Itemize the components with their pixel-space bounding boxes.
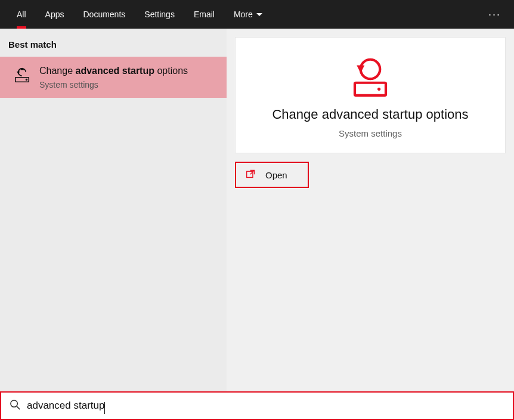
tab-apps[interactable]: Apps	[36, 0, 74, 29]
detail-title: Change advanced startup options	[272, 107, 468, 122]
text-cursor	[104, 402, 105, 414]
tab-label: Settings	[144, 10, 175, 19]
tab-label: Email	[194, 10, 215, 19]
search-bar[interactable]: advanced startup	[0, 391, 514, 420]
tab-label: Documents	[83, 10, 125, 19]
result-item-advanced-startup[interactable]: Change advanced startup options System s…	[0, 57, 227, 98]
tab-label: Apps	[45, 10, 64, 19]
result-subtitle: System settings	[39, 80, 188, 89]
detail-pane: Change advanced startup options System s…	[227, 29, 514, 391]
recovery-icon	[347, 55, 394, 101]
search-content: Best match Change advanced startup optio…	[0, 29, 514, 391]
open-icon	[246, 169, 256, 181]
open-button[interactable]: Open	[235, 162, 309, 188]
detail-card: Change advanced startup options System s…	[235, 37, 506, 153]
svg-point-1	[26, 79, 27, 81]
tab-more[interactable]: More	[224, 0, 272, 29]
tab-label: More	[234, 10, 253, 19]
tab-documents[interactable]: Documents	[73, 0, 135, 29]
svg-point-7	[11, 400, 17, 406]
svg-line-8	[17, 406, 20, 409]
tab-email[interactable]: Email	[184, 0, 224, 29]
svg-marker-5	[357, 66, 364, 73]
more-options-icon[interactable]: ···	[482, 8, 507, 21]
open-label: Open	[265, 170, 287, 180]
tab-all[interactable]: All	[7, 0, 36, 29]
svg-rect-3	[355, 83, 386, 95]
search-input[interactable]: advanced startup	[27, 400, 105, 412]
search-icon	[10, 399, 21, 413]
detail-subtitle: System settings	[339, 128, 402, 138]
result-title: Change advanced startup options	[39, 65, 188, 78]
svg-marker-2	[17, 72, 20, 75]
svg-point-4	[377, 88, 380, 91]
chevron-down-icon	[256, 13, 262, 16]
tab-settings[interactable]: Settings	[135, 0, 184, 29]
tab-label: All	[17, 10, 26, 19]
recovery-icon	[13, 66, 31, 87]
results-pane: Best match Change advanced startup optio…	[0, 29, 227, 391]
section-header-best-match: Best match	[0, 29, 227, 57]
search-filter-tabbar: All Apps Documents Settings Email More ·…	[0, 0, 514, 29]
